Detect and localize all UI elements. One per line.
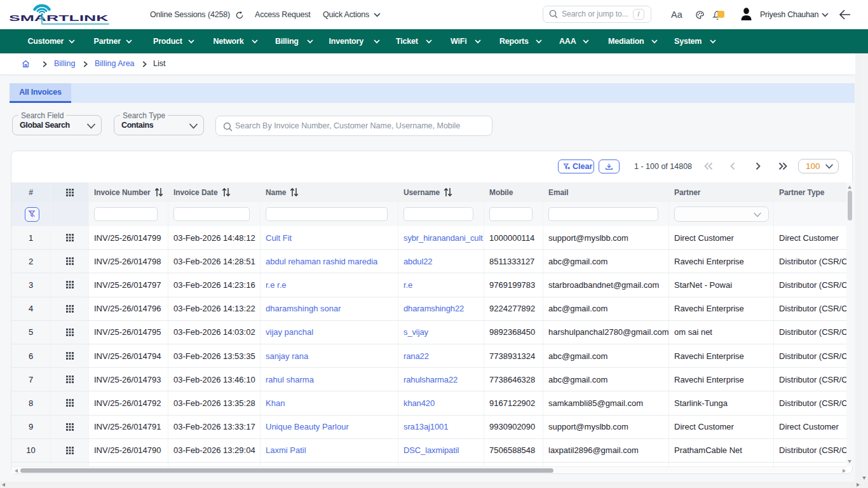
svg-text:SMARTLINK: SMARTLINK (9, 14, 109, 23)
